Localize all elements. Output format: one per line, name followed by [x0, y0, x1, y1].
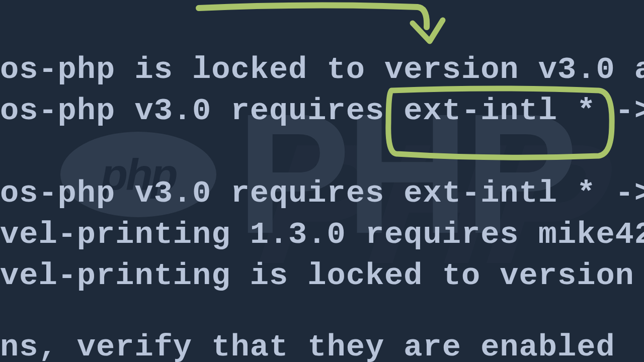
terminal-output: os-php is locked to version v3.0 a os-ph…: [0, 0, 644, 362]
terminal-line: os-php is locked to version v3.0 a: [0, 49, 644, 90]
terminal-line: ns, verify that they are enabled: [0, 327, 644, 362]
terminal-line: os-php v3.0 requires ext-intl * ->: [0, 173, 644, 214]
terminal-line: vel-printing is locked to version: [0, 255, 644, 297]
terminal-line: os-php v3.0 requires ext-intl * ->: [0, 90, 644, 132]
terminal-line: vel-printing 1.3.0 requires mike42: [0, 214, 644, 255]
